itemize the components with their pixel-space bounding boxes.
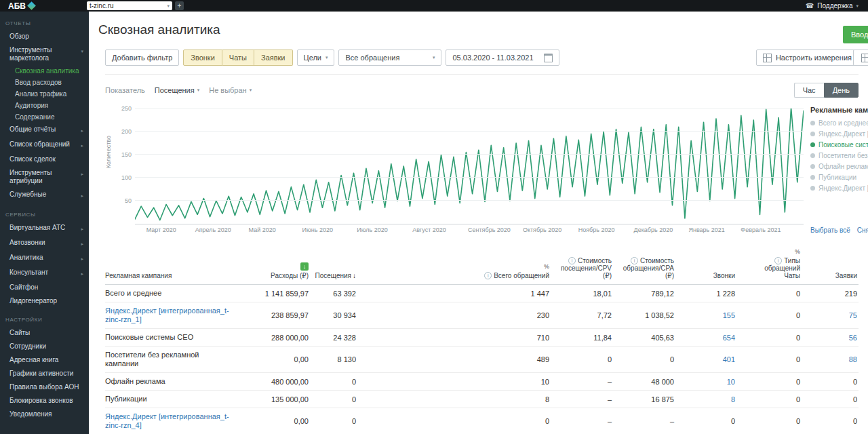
sidebar-item-spisok-sdelok[interactable]: Список сделок bbox=[0, 153, 89, 166]
select-all-link[interactable]: Выбрать всё bbox=[810, 226, 850, 234]
col-cpa[interactable]: Стоимость обращения/CPA (₽) bbox=[613, 245, 675, 285]
sidebar-item-sajty[interactable]: Сайты bbox=[0, 326, 89, 340]
sort-desc-icon[interactable] bbox=[353, 272, 356, 279]
expenses-import-icon[interactable] bbox=[300, 262, 309, 271]
col-chats[interactable]: % Типы обращений Чаты bbox=[736, 245, 802, 285]
sidebar-item-instrumenty-marketologa[interactable]: Инструменты маркетолога▾ bbox=[0, 43, 89, 65]
plot-column: Март 2020Апрель 2020Май 2020Июнь 2020Июл… bbox=[135, 104, 804, 236]
sidebar-item-vvod-rashodov[interactable]: Ввод расходов bbox=[0, 77, 89, 88]
sidebar-item-auditoriya[interactable]: Аудитория bbox=[0, 100, 89, 111]
col-campaign[interactable]: Рекламная кампания bbox=[105, 245, 234, 285]
sidebar-item-konsultant[interactable]: Консультант▸ bbox=[0, 266, 89, 281]
y-tick-label: 150 bbox=[121, 151, 132, 158]
cell-cpv: – bbox=[551, 408, 613, 434]
cell-requests[interactable]: 88 bbox=[802, 347, 859, 373]
legend-item-6[interactable]: Яндекс.Директ [интегрированная_t-zinc-rz… bbox=[810, 184, 868, 192]
col-visits[interactable]: Посещения bbox=[310, 245, 357, 285]
info-icon[interactable] bbox=[774, 257, 782, 264]
legend-dot-icon bbox=[810, 175, 815, 180]
sidebar-item-instrumenty-atribucii[interactable]: Инструменты атрибуции▸ bbox=[0, 166, 89, 188]
toggle-calls[interactable]: Звонки bbox=[183, 50, 222, 66]
plot bbox=[135, 104, 804, 224]
cell-campaign[interactable]: Яндекс.Директ [интегрированная_t-zinc-rz… bbox=[105, 408, 234, 434]
configure-measures-button[interactable]: Настроить измерения bbox=[756, 50, 859, 66]
date-range-input[interactable]: 05.03.2020 - 11.03.2021 bbox=[446, 50, 559, 66]
legend-item-2[interactable]: Поисковые системы СЕО bbox=[810, 141, 868, 149]
info-icon[interactable] bbox=[568, 257, 576, 264]
col-requests[interactable]: Заявки bbox=[802, 245, 859, 285]
x-tick-label: Декабрь 2020 bbox=[634, 226, 673, 233]
sidebar-item-grafiki-aktivnosti[interactable]: Графики активности bbox=[0, 367, 89, 380]
appeals-select[interactable]: Все обращения bbox=[338, 50, 441, 66]
sidebar-item-label: Правила выбора АОН bbox=[9, 383, 79, 391]
sidebar-item-obshchie-otchety[interactable]: Общие отчёты▸ bbox=[0, 123, 89, 138]
cell-cpa: 789,12 bbox=[613, 285, 675, 302]
granularity-day-button[interactable]: День bbox=[824, 83, 859, 98]
cell-requests[interactable]: 56 bbox=[802, 329, 859, 347]
y-tick-label: 100 bbox=[121, 174, 132, 181]
toggle-chats[interactable]: Чаты bbox=[222, 50, 254, 66]
sidebar-section-title: ОТЧЕТЫ bbox=[0, 12, 89, 30]
legend-item-1[interactable]: Яндекс.Директ [интегрированная_t-zinc-rz… bbox=[810, 130, 868, 138]
sidebar-item-pravila-vybora-aon[interactable]: Правила выбора АОН bbox=[0, 380, 89, 394]
sidebar-item-spisok-obrashchenij[interactable]: Список обращений▸ bbox=[0, 138, 89, 153]
sidebar-item-obzor[interactable]: Обзор bbox=[0, 30, 89, 43]
logo: АБВ bbox=[8, 1, 84, 11]
columns-settings-button[interactable] bbox=[853, 50, 868, 66]
legend-item-0[interactable]: Всего и среднее bbox=[810, 119, 868, 127]
site-selector[interactable]: t-zinc.ru bbox=[87, 1, 172, 10]
sidebar-item-uvedomleniya[interactable]: Уведомления bbox=[0, 408, 89, 421]
cell-campaign: Всего и среднее bbox=[105, 285, 234, 302]
sidebar-item-skvoznaya-analitika[interactable]: Сквозная аналитика bbox=[0, 65, 89, 77]
add-filter-button[interactable]: Добавить фильтр bbox=[105, 50, 179, 66]
sidebar-item-analiz-trafika[interactable]: Анализ трафика bbox=[0, 88, 89, 100]
secondary-indicator-dropdown[interactable]: Не выбран bbox=[209, 86, 252, 94]
sidebar-item-sluzhebnye[interactable]: Служебные▸ bbox=[0, 188, 89, 203]
chevron-down-icon bbox=[167, 3, 170, 9]
cell-visits: 8 130 bbox=[310, 347, 357, 373]
cell-requests[interactable]: 75 bbox=[802, 302, 859, 329]
sidebar-item-sotrudniki[interactable]: Сотрудники bbox=[0, 340, 89, 353]
info-icon[interactable] bbox=[631, 257, 638, 264]
cell-calls[interactable]: 8 bbox=[675, 391, 736, 408]
add-site-button[interactable]: + bbox=[175, 1, 184, 10]
legend-dot-icon bbox=[810, 142, 815, 147]
cell-campaign[interactable]: Яндекс.Директ [интегрированная_t-zinc-rz… bbox=[105, 302, 234, 329]
col-cpv[interactable]: Стоимость посещения/CPV (₽) bbox=[551, 245, 613, 285]
sidebar-item-label: Общие отчёты bbox=[9, 125, 56, 134]
deselect-all-link[interactable]: Снять всё bbox=[857, 226, 868, 234]
sidebar-item-analitika[interactable]: Аналитика▸ bbox=[0, 251, 89, 266]
indicator-dropdown[interactable]: Посещения bbox=[155, 86, 199, 94]
col-total-appeals[interactable]: % Всего обращений bbox=[357, 245, 551, 285]
cell-calls[interactable]: 155 bbox=[675, 302, 736, 329]
sidebar-section-title: СЕРВИСЫ bbox=[0, 203, 89, 221]
enter-expenses-button[interactable]: Ввод расходов bbox=[843, 26, 868, 43]
gridline bbox=[135, 200, 804, 201]
y-tick-label: 50 bbox=[125, 197, 132, 204]
cell-calls[interactable]: 654 bbox=[675, 329, 736, 347]
percent-toggle[interactable]: % bbox=[359, 263, 549, 270]
info-icon[interactable] bbox=[484, 272, 492, 279]
cell-calls[interactable]: 401 bbox=[675, 347, 736, 373]
percent-toggle[interactable]: % bbox=[738, 248, 800, 255]
cell-calls[interactable]: 10 bbox=[675, 373, 736, 391]
toggle-requests[interactable]: Заявки bbox=[254, 50, 293, 66]
sidebar-item-virtualnaya-ats[interactable]: Виртуальная АТС▸ bbox=[0, 221, 89, 236]
legend-item-5[interactable]: Публикации bbox=[810, 174, 868, 181]
legend-item-4[interactable]: Офлайн реклама bbox=[810, 163, 868, 170]
legend-item-3[interactable]: Посетители без рекламной кампании bbox=[810, 152, 868, 159]
chart-legend: Рекламные кампании Всего и среднееЯндекс… bbox=[804, 104, 868, 235]
sidebar-item-sajtfon[interactable]: Сайтфон bbox=[0, 281, 89, 294]
col-calls[interactable]: Звонки bbox=[675, 245, 736, 285]
sidebar-item-adresnaya-kniga[interactable]: Адресная книга bbox=[0, 353, 89, 367]
sidebar-item-avtozvonki[interactable]: Автозвонки▸ bbox=[0, 236, 89, 251]
table-row: Всего и среднее1 141 859,9763 3921 44718… bbox=[105, 285, 859, 302]
sidebar-item-soderzhanie[interactable]: Содержание bbox=[0, 111, 89, 123]
goals-dropdown[interactable]: Цели bbox=[297, 50, 335, 66]
col-expenses[interactable]: Расходы (₽) bbox=[234, 245, 310, 285]
granularity-hour-button[interactable]: Час bbox=[794, 83, 824, 98]
sidebar-item-blokirovka-zvonkov[interactable]: Блокировка звонков bbox=[0, 394, 89, 408]
cell-expenses: 238 859,97 bbox=[234, 302, 310, 329]
sidebar-item-lidogenerator[interactable]: Лидогенератор bbox=[0, 294, 89, 308]
support-menu[interactable]: ☎ Поддержка bbox=[806, 2, 859, 9]
